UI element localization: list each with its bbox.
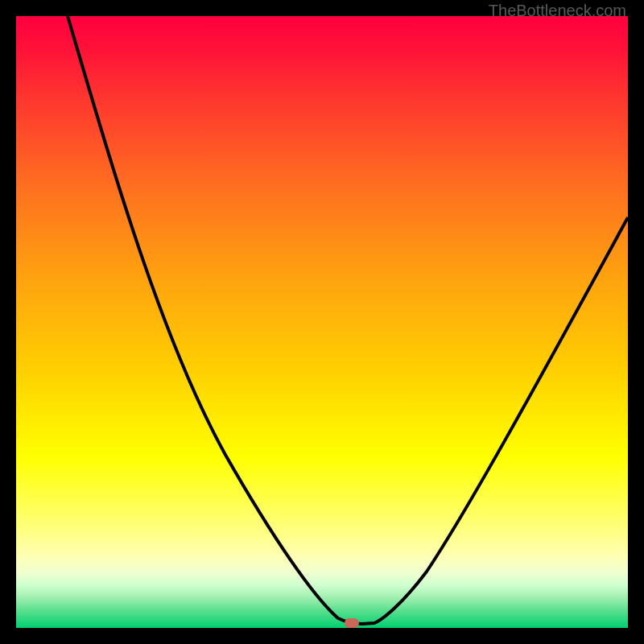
watermark-text: TheBottleneck.com [489, 2, 626, 20]
bottleneck-curve [16, 16, 628, 628]
chart-container: TheBottleneck.com [0, 0, 644, 644]
curve-path [68, 16, 628, 624]
optimal-point-marker [345, 618, 359, 628]
